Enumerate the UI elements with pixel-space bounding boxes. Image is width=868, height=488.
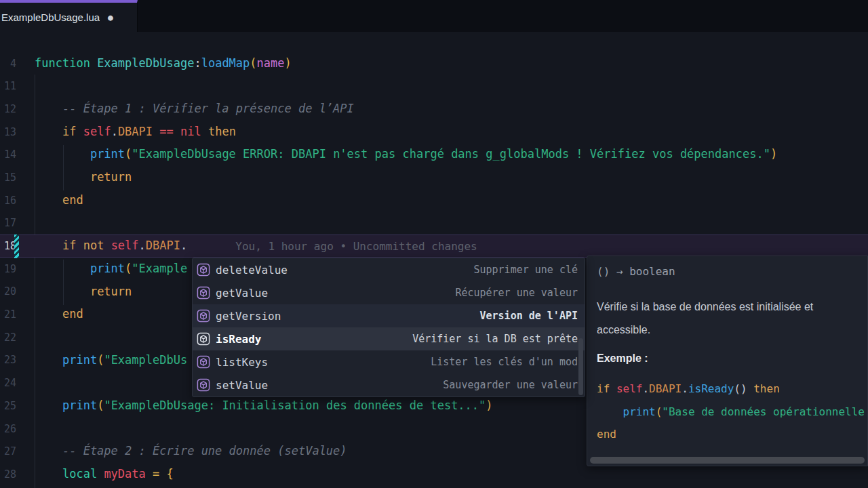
docs-description: Vérifie si la base de données est initia… — [597, 296, 856, 342]
code-line[interactable]: 16 end — [0, 189, 868, 212]
code-text: local myData = { — [35, 463, 174, 486]
code-text: print("ExampleDbUsage ERROR: DBAPI n'est… — [35, 143, 777, 166]
code-line[interactable]: 28 local myData = { — [0, 463, 868, 486]
method-cube-icon — [197, 332, 210, 346]
code-text: print("ExampleDbUs — [35, 349, 187, 372]
code-text: return — [35, 166, 132, 189]
code-text: if self.DBAPI == nil then — [35, 121, 236, 144]
line-number: 23 — [0, 354, 16, 366]
modified-line-marker — [14, 235, 19, 258]
suggestion-label: deleteValue — [216, 264, 288, 277]
gutter-decoration — [16, 166, 35, 189]
suggestion-label: listKeys — [216, 356, 268, 369]
suggestion-detail: Récupérer une valeur — [455, 287, 578, 299]
gutter-decoration — [16, 235, 35, 257]
code-text: end — [35, 189, 83, 212]
code-line[interactable]: 18 if not self.DBAPI.You, 1 hour ago • U… — [0, 235, 868, 258]
code-text: end — [35, 303, 83, 326]
code-text: -- Étape 1 : Vérifier la présence de l’A… — [35, 98, 354, 121]
line-number: 12 — [0, 103, 16, 115]
line-number: 22 — [0, 331, 16, 344]
code-text: return — [35, 281, 132, 304]
docs-code-line: if self.DBAPI.isReady() then — [597, 378, 856, 401]
suggestion-detail: Lister les clés d'un mod — [431, 356, 578, 368]
code-line[interactable]: 13 if self.DBAPI == nil then — [0, 121, 868, 144]
suggestion-item-getVersion[interactable]: getVersionVersion de l'API — [193, 304, 585, 327]
line-number: 11 — [0, 80, 16, 92]
code-text: print("ExampleDbUsage: Initialisation de… — [35, 394, 493, 418]
gutter-decoration — [16, 258, 35, 281]
line-number: 15 — [0, 171, 16, 184]
code-text: print("Example — [35, 258, 187, 281]
gutter-decoration — [16, 189, 35, 212]
code-text: if not self.DBAPI. — [35, 235, 187, 258]
line-number: 27 — [0, 445, 16, 458]
line-number: 20 — [0, 285, 16, 298]
autocomplete-popup[interactable]: deleteValueSupprimer une clégetValueRécu… — [192, 258, 585, 397]
code-text: -- Étape 2 : Écrire une donnée (setValue… — [35, 440, 347, 463]
gutter-decoration — [16, 394, 35, 418]
line-number: 26 — [0, 423, 16, 435]
suggestion-label: isReady — [216, 333, 261, 346]
line-number: 16 — [0, 195, 16, 207]
suggestion-label: getVersion — [216, 310, 281, 323]
gutter-decoration — [16, 303, 35, 326]
git-blame-annotation: You, 1 hour ago • Uncommitted changes — [235, 240, 477, 253]
signature-text: () → boolean — [597, 265, 856, 278]
gutter-decoration — [16, 52, 35, 75]
method-cube-icon — [197, 263, 210, 277]
line-number: 25 — [0, 400, 16, 412]
suggestion-item-getValue[interactable]: getValueRécupérer une valeur — [193, 281, 585, 304]
code-line[interactable]: 14 print("ExampleDbUsage ERROR: DBAPI n'… — [0, 143, 868, 166]
docs-example-heading: Exemple : — [597, 352, 856, 365]
suggestion-item-deleteValue[interactable]: deleteValueSupprimer une clé — [193, 258, 585, 281]
gutter-decoration — [16, 349, 35, 372]
docs-code-line: print("Base de données opérationnelle !"… — [597, 401, 856, 424]
gutter-decoration — [16, 440, 35, 463]
tab-filename: ExampleDbUsage.lua — [0, 12, 100, 23]
code-line[interactable]: 17 — [0, 212, 868, 235]
line-number: 28 — [0, 468, 16, 481]
gutter-decoration — [16, 212, 35, 235]
code-text: function ExampleDbUsage:loadMap(name) — [35, 52, 292, 75]
gutter-decoration — [16, 281, 35, 304]
tab-exampledbusage[interactable]: ExampleDbUsage.lua ● — [0, 0, 138, 32]
gutter-decoration — [16, 75, 35, 98]
code-line[interactable]: 15 return — [0, 166, 868, 189]
tab-bar: ExampleDbUsage.lua ● — [0, 0, 868, 32]
line-number: 13 — [0, 126, 16, 138]
code-line[interactable]: 11 — [0, 75, 868, 98]
autocomplete-list: deleteValueSupprimer une clégetValueRécu… — [193, 258, 585, 396]
docs-code-line: end — [597, 423, 856, 446]
suggestion-item-setValue[interactable]: setValueSauvegarder une valeur — [193, 373, 585, 396]
line-number: 4 — [0, 58, 16, 70]
line-number: 19 — [0, 263, 16, 275]
suggestion-detail: Vérifier si la DB est prête — [412, 333, 578, 345]
gutter-decoration — [16, 371, 35, 394]
gutter-decoration — [16, 143, 35, 166]
modified-dot-icon[interactable]: ● — [108, 12, 113, 22]
code-line[interactable]: 12 -- Étape 1 : Vérifier la présence de … — [0, 98, 868, 121]
gutter-decoration — [16, 463, 35, 486]
gutter-decoration — [16, 418, 35, 441]
method-cube-icon — [197, 286, 210, 300]
editor-window: ExampleDbUsage.lua ● 4function ExampleDb… — [0, 0, 868, 488]
line-number: 14 — [0, 148, 16, 161]
suggestion-item-isReady[interactable]: isReadyVérifier si la DB est prête — [193, 327, 585, 350]
line-number: 17 — [0, 217, 16, 229]
docs-horizontal-scrollbar[interactable] — [590, 457, 865, 464]
line-number: 21 — [0, 308, 16, 321]
suggestion-item-listKeys[interactable]: listKeysLister les clés d'un mod — [193, 350, 585, 373]
gutter-decoration — [16, 326, 35, 349]
suggestion-label: getValue — [216, 287, 268, 300]
suggestion-detail: Version de l'API — [480, 310, 578, 322]
suggestion-detail: Supprimer une clé — [473, 264, 578, 276]
line-number: 24 — [0, 377, 16, 389]
docs-code-block: if self.DBAPI.isReady() then print("Base… — [597, 378, 856, 446]
gutter-decoration — [16, 121, 35, 144]
suggestion-label: setValue — [216, 379, 268, 392]
method-cube-icon — [197, 309, 210, 323]
method-cube-icon — [197, 355, 210, 369]
code-line[interactable]: 4function ExampleDbUsage:loadMap(name) — [0, 52, 868, 75]
popup-scrollbar[interactable] — [578, 338, 583, 395]
